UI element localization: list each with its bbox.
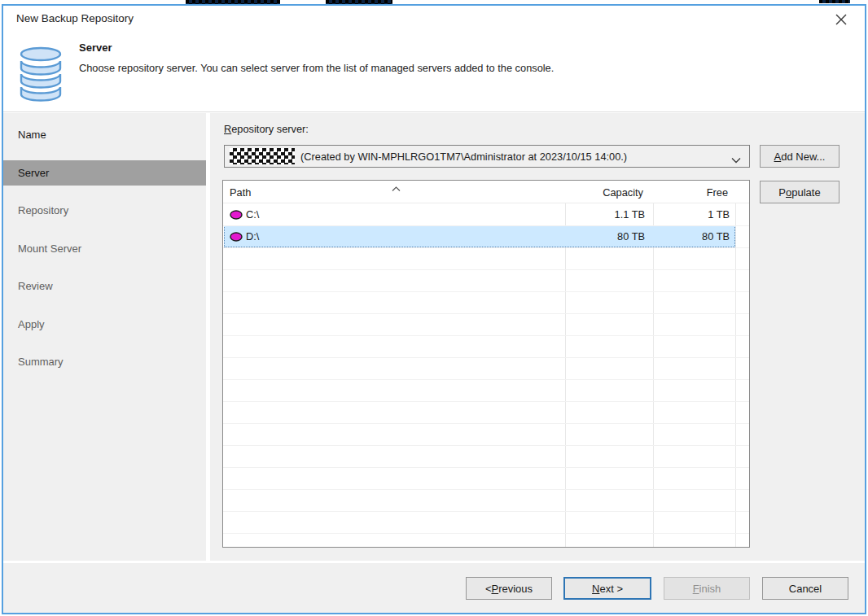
wizard-header: New Backup Repository Server Choose repo…	[3, 6, 865, 112]
table-header[interactable]: Path Capacity Free	[223, 181, 749, 203]
repository-server-label: Repository server:	[224, 123, 309, 135]
sidebar-item-apply[interactable]: Apply	[3, 312, 206, 337]
disk-icon	[230, 210, 243, 220]
grid-line	[223, 489, 749, 490]
column-header-path[interactable]: Path	[230, 186, 251, 199]
redacted-background-strip	[819, 0, 850, 3]
grid-line	[223, 335, 749, 336]
volumes-table[interactable]: Path Capacity Free C:\1.1 TB1 TBD:\80 TB…	[222, 180, 750, 548]
close-button[interactable]	[831, 11, 852, 32]
wizard-steps-sidebar: NameServerRepositoryMount ServerReviewAp…	[3, 113, 206, 561]
next-button[interactable]: Next >	[563, 577, 651, 600]
cell-path: D:\	[230, 225, 259, 247]
column-header-free[interactable]: Free	[707, 186, 728, 199]
sidebar-item-server[interactable]: Server	[3, 160, 206, 186]
add-new-button[interactable]: Add New...	[760, 145, 840, 168]
grid-line	[223, 225, 749, 226]
grid-line	[223, 357, 749, 358]
populate-button[interactable]: Populate	[760, 181, 840, 203]
grid-line	[223, 247, 749, 248]
sidebar-item-summary[interactable]: Summary	[3, 349, 206, 374]
server-step-content: Repository server: (Created by WIN-MPHLR…	[210, 113, 865, 561]
grid-line	[223, 467, 749, 468]
cancel-button[interactable]: Cancel	[762, 577, 848, 600]
new-backup-repository-dialog: New Backup Repository Server Choose repo…	[2, 4, 866, 614]
finish-button[interactable]: Finish	[664, 577, 750, 600]
table-row[interactable]: D:\80 TB80 TB	[223, 225, 750, 247]
cell-free: 80 TB	[702, 230, 730, 242]
grid-line	[223, 269, 749, 270]
grid-line	[223, 313, 749, 314]
grid-line	[223, 291, 749, 292]
previous-button[interactable]: < Previous	[466, 577, 552, 600]
repository-server-dropdown[interactable]: (Created by WIN-MPHLRGO1TM7\Administrato…	[224, 145, 750, 168]
table-row[interactable]: C:\1.1 TB1 TB	[223, 203, 750, 225]
window-title: New Backup Repository	[16, 12, 134, 24]
cell-free: 1 TB	[708, 208, 730, 221]
chevron-down-icon	[731, 152, 741, 167]
grid-line	[223, 423, 749, 424]
wizard-body: NameServerRepositoryMount ServerReviewAp…	[3, 113, 865, 561]
dropdown-selected-text: (Created by WIN-MPHLRGO1TM7\Administrato…	[300, 151, 627, 163]
step-title: Server	[79, 42, 112, 54]
grid-line	[223, 401, 749, 402]
grid-line	[223, 379, 749, 380]
wizard-footer: < Previous Next > Finish Cancel	[3, 563, 865, 613]
sidebar-item-name[interactable]: Name	[3, 122, 206, 147]
disk-icon	[230, 232, 243, 242]
grid-line	[223, 445, 749, 446]
grid-line	[223, 533, 749, 534]
database-icon	[16, 46, 65, 105]
sidebar-item-review[interactable]: Review	[3, 273, 206, 299]
sidebar-item-mount-server[interactable]: Mount Server	[3, 236, 206, 261]
selection-highlight	[224, 225, 735, 247]
column-header-capacity[interactable]: Capacity	[603, 186, 643, 199]
redacted-server-name	[230, 148, 295, 164]
sidebar-item-repository[interactable]: Repository	[3, 198, 206, 223]
close-icon	[835, 13, 848, 29]
cell-path: C:\	[230, 203, 259, 225]
grid-line	[223, 511, 749, 512]
cell-capacity: 1.1 TB	[615, 208, 645, 221]
step-description: Choose repository server. You can select…	[79, 62, 554, 74]
sort-ascending-icon	[392, 181, 401, 195]
cell-capacity: 80 TB	[617, 230, 645, 242]
